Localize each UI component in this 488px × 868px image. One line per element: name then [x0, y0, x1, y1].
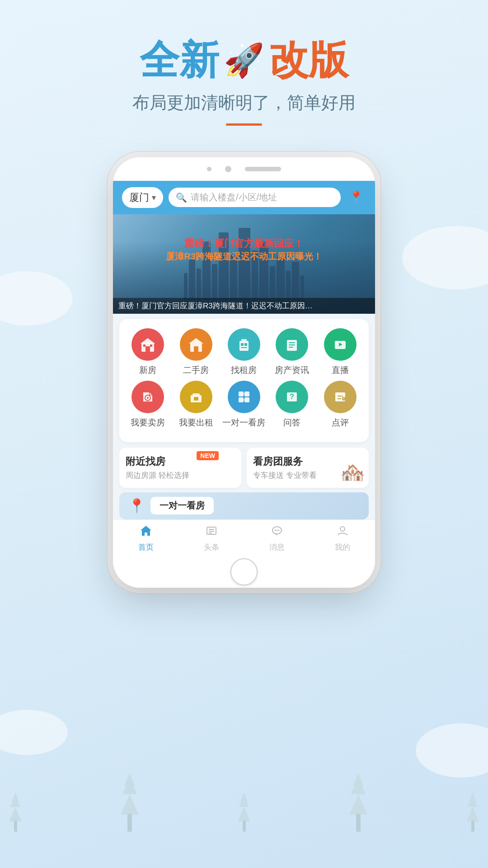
chevron-down-icon: ▾	[152, 193, 156, 203]
bg-cloud-bottom-left	[0, 710, 68, 755]
banner-text-overlay: 重磅！厦门官方最新回应！ 厦漳R3跨海隧道迟迟不动工原因曝光！	[113, 237, 375, 263]
tree-mid	[239, 795, 249, 807]
menu-item-news[interactable]: 房产资讯	[270, 328, 314, 376]
tree-mid	[468, 795, 478, 807]
tab-bar: 首页 头条 消息 我的	[113, 519, 375, 556]
rocket-icon: 🚀	[224, 41, 264, 80]
home-tab-icon	[140, 524, 152, 540]
bg-cloud-bottom-right	[416, 723, 488, 778]
menu-item-review[interactable]: 点评	[319, 381, 362, 429]
tree-bottom	[466, 807, 479, 821]
tree-1	[9, 798, 22, 832]
svg-rect-28	[244, 397, 249, 402]
messages-tab-icon	[271, 524, 283, 540]
tab-messages[interactable]: 消息	[254, 524, 300, 552]
menu-item-sell[interactable]: 我要卖房	[126, 381, 169, 429]
tree-trunk	[471, 821, 474, 832]
sell-icon	[131, 381, 164, 413]
menu-card: 新房 二手房 找租房	[119, 319, 369, 442]
menu-item-qa[interactable]: ? 问答	[270, 381, 314, 429]
menu-item-one-on-one[interactable]: 一对一看房	[222, 381, 266, 429]
one-on-one-card: 一对一看房	[150, 497, 214, 514]
phone-speaker	[245, 167, 281, 171]
tree-top	[469, 793, 476, 802]
tree-trunk	[356, 814, 361, 832]
location-icon: 📍	[349, 190, 363, 204]
tree-bottom	[9, 807, 22, 821]
menu-label-new-house: 新房	[139, 364, 156, 376]
tree-5	[466, 798, 479, 832]
banner-bottom-strip: 重磅！厦门官方回应厦漳R3跨海隧道！迟迟不动工原因…	[113, 298, 375, 314]
svg-rect-4	[150, 344, 152, 347]
map-preview[interactable]: 📍 一对一看房	[119, 492, 369, 519]
live-icon	[324, 328, 357, 361]
tab-profile-label: 我的	[335, 542, 350, 552]
new-badge: NEW	[197, 451, 219, 460]
tree-bottom	[238, 807, 250, 821]
svg-rect-8	[239, 341, 249, 351]
hero-title: 全新 🚀 改版	[0, 36, 488, 84]
svg-rect-11	[244, 343, 247, 346]
menu-label-rental: 找租房	[231, 364, 257, 376]
one-on-one-icon	[228, 381, 260, 413]
tree-mid	[122, 777, 137, 794]
banner[interactable]: 重磅！厦门官方最新回应！ 厦漳R3跨海隧道迟迟不动工原因曝光！ 重磅！厦门官方回…	[113, 214, 375, 314]
tab-headlines-label: 头条	[204, 542, 219, 552]
svg-rect-25	[239, 392, 244, 396]
svg-rect-15	[289, 344, 295, 345]
menu-label-live: 直播	[332, 364, 349, 376]
search-placeholder: 请输入楼盘/小区/地址	[191, 191, 277, 203]
svg-rect-12	[241, 347, 247, 348]
svg-point-48	[340, 527, 345, 531]
hero-section: 全新 🚀 改版 布局更加清晰明了，简单好用	[0, 0, 488, 144]
tree-2	[121, 781, 139, 832]
menu-label-news: 房产资讯	[275, 364, 309, 376]
tree-trunk	[243, 821, 246, 832]
hero-title-part1: 全新	[140, 36, 219, 84]
svg-point-47	[278, 529, 279, 531]
tree-top	[353, 773, 364, 786]
map-pin-icon: 📍	[128, 498, 145, 514]
bg-trees	[0, 750, 488, 832]
svg-point-45	[274, 529, 276, 531]
tree-mid	[351, 777, 366, 794]
tree-trunk	[127, 814, 132, 832]
new-house-icon	[131, 328, 164, 361]
hero-subtitle: 布局更加清晰明了，简单好用	[0, 91, 488, 114]
qa-icon: ?	[276, 381, 308, 413]
location-button[interactable]: 📍	[346, 188, 366, 208]
tree-3	[238, 798, 250, 832]
tab-profile[interactable]: 我的	[320, 524, 365, 552]
svg-marker-1	[141, 338, 155, 344]
tree-mid	[10, 795, 20, 807]
tab-home[interactable]: 首页	[123, 524, 169, 552]
menu-label-rent-out: 我要出租	[179, 417, 213, 429]
rent-out-icon	[180, 381, 212, 413]
search-bar[interactable]: 🔍 请输入楼盘/小区/地址	[169, 188, 341, 207]
home-button[interactable]	[230, 558, 258, 585]
svg-point-46	[276, 529, 277, 531]
menu-item-rental[interactable]: 找租房	[222, 328, 266, 376]
svg-rect-26	[244, 392, 249, 396]
profile-tab-icon	[336, 524, 349, 540]
phone-wrapper: 厦门 ▾ 🔍 请输入楼盘/小区/地址 📍	[0, 157, 488, 588]
hero-underline	[226, 123, 262, 126]
bottom-card-nearby[interactable]: NEW 附近找房 周边房源 轻松选择	[119, 448, 241, 488]
svg-rect-2	[145, 346, 150, 352]
building-emoji: 🏘️	[340, 461, 365, 484]
city-selector[interactable]: 厦门 ▾	[122, 187, 163, 208]
tab-home-label: 首页	[138, 542, 154, 552]
svg-rect-14	[289, 342, 295, 343]
menu-item-second-hand[interactable]: 二手房	[174, 328, 218, 376]
svg-marker-5	[189, 338, 203, 344]
city-name: 厦门	[129, 191, 149, 204]
tab-headlines[interactable]: 头条	[189, 524, 234, 552]
tree-top	[12, 793, 19, 802]
menu-item-rent-out[interactable]: 我要出租	[174, 381, 218, 429]
menu-item-new-house[interactable]: 新房	[126, 328, 169, 376]
headlines-tab-icon	[205, 524, 218, 540]
menu-label-sell: 我要卖房	[131, 417, 165, 429]
menu-label-qa: 问答	[283, 417, 300, 429]
bottom-card-service[interactable]: 看房团服务 专车接送 专业带看 🏘️	[247, 448, 369, 488]
menu-item-live[interactable]: 直播	[319, 328, 362, 376]
